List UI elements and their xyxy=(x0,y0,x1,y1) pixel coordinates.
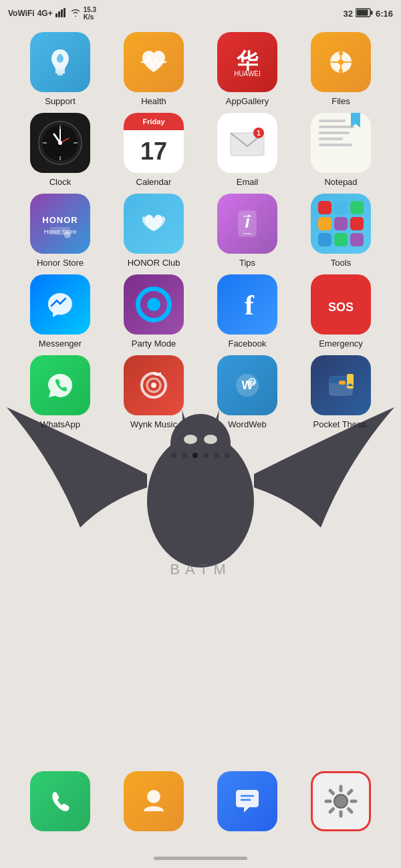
app-partymode-label: Party Mode xyxy=(116,339,192,349)
battery-icon xyxy=(356,8,373,19)
app-email-label: Email xyxy=(209,177,286,187)
app-tips-label: Tips xyxy=(209,258,286,268)
app-facebook-label: Facebook xyxy=(209,339,286,349)
dock xyxy=(0,771,401,831)
svg-rect-55 xyxy=(347,374,354,389)
svg-rect-5 xyxy=(370,11,372,15)
app-honorclub[interactable]: HONOR Club xyxy=(116,194,192,268)
app-row-4: Messenger Party Mode f Facebook SOS xyxy=(13,274,388,349)
status-left: VoWiFi 4G+ 15.3K/s xyxy=(8,6,96,21)
vowifi-icon: VoWiFi xyxy=(8,9,35,18)
svg-point-47 xyxy=(151,383,156,388)
svg-point-19 xyxy=(339,51,343,55)
calendar-date: 17 xyxy=(124,130,184,173)
app-emergency-label: Emergency xyxy=(303,339,380,349)
svg-point-56 xyxy=(147,790,160,803)
svg-rect-54 xyxy=(339,381,346,385)
signal-strength: 4G+ xyxy=(37,9,53,18)
battery-percent: 32 xyxy=(344,9,353,19)
dock-contacts[interactable] xyxy=(116,771,192,831)
app-honorclub-label: HONOR Club xyxy=(116,258,192,268)
app-clock[interactable]: Clock xyxy=(22,113,99,187)
signal-bars xyxy=(55,8,68,19)
app-pocketthes-label: Pocket Thesa. xyxy=(303,419,380,429)
wifi-icon xyxy=(70,9,81,19)
app-wynkmusic-label: Wynk Music xyxy=(116,419,192,429)
page-dot-4[interactable] xyxy=(203,453,209,458)
svg-text:SOS: SOS xyxy=(328,300,354,314)
svg-text:f: f xyxy=(245,290,255,320)
app-notepad-label: Notepad xyxy=(303,177,380,187)
app-notepad[interactable]: Notepad xyxy=(303,113,380,187)
svg-rect-6 xyxy=(356,9,368,15)
page-dot-5[interactable] xyxy=(214,453,219,458)
app-support-label: Support xyxy=(22,96,99,106)
app-emergency[interactable]: SOS Emergency xyxy=(303,274,380,349)
app-calendar-label: Calendar xyxy=(116,177,192,187)
svg-point-20 xyxy=(339,69,343,73)
app-row-1: Support Health 华 HUAWEI AppGallery xyxy=(13,32,388,106)
svg-text:华: 华 xyxy=(236,49,259,73)
app-health-label: Health xyxy=(116,96,192,106)
svg-rect-3 xyxy=(63,8,65,17)
page-dot-1[interactable] xyxy=(171,453,176,458)
time-display: 6:16 xyxy=(376,9,393,19)
page-dot-3[interactable] xyxy=(192,453,198,458)
app-messenger-label: Messenger xyxy=(22,339,99,349)
svg-rect-0 xyxy=(55,13,57,17)
app-wordweb-label: WordWeb xyxy=(209,419,286,429)
app-facebook[interactable]: f Facebook xyxy=(209,274,286,349)
svg-text:BATM: BATM xyxy=(170,561,231,578)
svg-line-67 xyxy=(330,809,333,813)
app-email[interactable]: 1 Email xyxy=(209,113,286,187)
dock-phone[interactable] xyxy=(22,771,99,831)
app-calendar[interactable]: Friday 17 Calendar xyxy=(116,113,192,187)
dock-messages[interactable] xyxy=(209,771,286,831)
app-files-label: Files xyxy=(303,96,380,106)
svg-text:HONOR: HONOR xyxy=(42,215,78,225)
app-whatsapp-label: WhatsApp xyxy=(22,419,99,429)
svg-text:Honor Store: Honor Store xyxy=(44,228,77,235)
app-messenger[interactable]: Messenger xyxy=(22,274,99,349)
app-health[interactable]: Health xyxy=(116,32,192,106)
app-appgallery[interactable]: 华 HUAWEI AppGallery xyxy=(209,32,286,106)
app-whatsapp[interactable]: WhatsApp xyxy=(22,355,99,429)
app-support[interactable]: Support xyxy=(22,32,99,106)
status-bar: VoWiFi 4G+ 15.3K/s 32 xyxy=(0,0,401,27)
svg-rect-1 xyxy=(58,11,60,17)
app-wynkmusic[interactable]: Wynk Music xyxy=(116,355,192,429)
app-wordweb[interactable]: W ? WordWeb xyxy=(209,355,286,429)
svg-line-65 xyxy=(349,809,352,813)
home-indicator[interactable] xyxy=(154,857,247,860)
svg-text:?: ? xyxy=(250,379,254,386)
app-row-2: Clock Friday 17 Calendar 1 xyxy=(13,113,388,187)
app-appgallery-label: AppGallery xyxy=(209,96,286,106)
data-speed: 15.3K/s xyxy=(84,6,96,21)
page-dots xyxy=(0,453,401,458)
app-row-3: HONOR Honor Store Honor Store HONOR Club xyxy=(13,194,388,268)
app-tools-label: Tools xyxy=(303,258,380,268)
app-files[interactable]: Files xyxy=(303,32,380,106)
app-honorstore-label: Honor Store xyxy=(22,258,99,268)
app-tips[interactable]: i Tips xyxy=(209,194,286,268)
app-pocketthes[interactable]: Pocket Thesa. xyxy=(303,355,380,429)
app-partymode[interactable]: Party Mode xyxy=(116,274,192,349)
status-right: 32 6:16 xyxy=(344,8,394,19)
app-row-5: WhatsApp Wynk Music W ? xyxy=(13,355,388,429)
svg-line-66 xyxy=(349,791,352,794)
svg-text:1: 1 xyxy=(257,130,261,137)
app-honorstore[interactable]: HONOR Honor Store Honor Store xyxy=(22,194,99,268)
svg-rect-2 xyxy=(61,9,63,17)
svg-point-59 xyxy=(334,795,348,808)
dock-settings[interactable] xyxy=(303,771,380,831)
app-tools[interactable]: Tools xyxy=(303,194,380,268)
calendar-day-header: Friday xyxy=(124,113,184,130)
page-dot-2[interactable] xyxy=(182,453,187,458)
svg-text:HUAWEI: HUAWEI xyxy=(234,70,261,77)
svg-line-64 xyxy=(330,791,333,794)
svg-text:i: i xyxy=(245,212,250,232)
app-clock-label: Clock xyxy=(22,177,99,187)
page-dot-6[interactable] xyxy=(225,453,230,458)
app-grid: Support Health 华 HUAWEI AppGallery xyxy=(0,27,401,443)
svg-point-38 xyxy=(64,232,71,238)
